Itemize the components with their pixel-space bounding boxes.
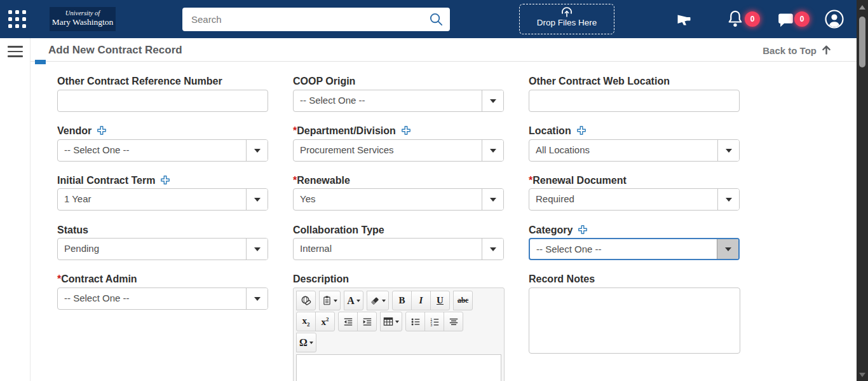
renewal-document-dropdown-button[interactable] (717, 189, 739, 210)
strikethrough-button[interactable]: abc (453, 291, 473, 310)
department-division-dropdown-button[interactable] (482, 140, 503, 161)
initial-term-add-icon[interactable] (160, 175, 170, 188)
renewable-dropdown-button[interactable] (482, 189, 503, 210)
link-button[interactable] (296, 291, 316, 310)
other-contract-reference-number-input[interactable] (58, 90, 268, 111)
vertical-scrollbar[interactable] (857, 0, 868, 381)
contract-admin-select[interactable]: -- Select One -- (57, 287, 268, 310)
contract-admin-dropdown-button[interactable] (246, 288, 268, 309)
align-center-button[interactable] (444, 312, 463, 331)
table-button[interactable] (380, 312, 402, 331)
upload-cloud-icon (520, 6, 614, 17)
bulleted-list-icon (410, 317, 421, 327)
left-sidebar (0, 38, 31, 381)
department-add-icon[interactable] (401, 125, 411, 138)
file-dropzone[interactable]: Drop Files Here (519, 4, 614, 34)
initial-contract-term-value: 1 Year (64, 189, 242, 210)
description-richtext-editor: A B I U (293, 287, 505, 381)
scrollbar-thumb[interactable] (859, 17, 865, 67)
renewable-select[interactable]: Yes (293, 188, 504, 211)
label-vendor: Vendor (57, 125, 107, 138)
page-header: Add New Contract Record Back to Top (31, 38, 857, 62)
department-division-select[interactable]: Procurement Services (293, 139, 504, 162)
vendor-add-icon[interactable] (97, 125, 107, 138)
other-contract-web-location-field (529, 90, 740, 112)
caret-down-icon (490, 247, 496, 251)
svg-text:3: 3 (430, 322, 432, 326)
caret-down-icon (725, 247, 731, 251)
bulleted-list-button[interactable] (405, 312, 425, 331)
other-contract-web-location-input[interactable] (529, 90, 739, 111)
back-to-top-button[interactable]: Back to Top (763, 45, 831, 57)
caret-down-icon (356, 300, 360, 302)
location-select[interactable]: All Locations (529, 139, 740, 162)
collaboration-type-select[interactable]: Internal (293, 238, 504, 260)
location-add-icon[interactable] (576, 125, 587, 138)
paste-button[interactable] (319, 291, 341, 310)
bold-button[interactable]: B (392, 291, 412, 310)
renewal-document-select[interactable]: Required (529, 188, 740, 211)
logo-line1: University of (50, 10, 116, 17)
status-dropdown-button[interactable] (246, 239, 268, 260)
account-profile-icon[interactable] (824, 9, 844, 32)
caret-down-icon (395, 321, 399, 323)
special-character-button[interactable]: Ω (296, 333, 316, 352)
umw-logo[interactable]: University of Mary Washington (50, 7, 116, 31)
announcements-megaphone-icon[interactable] (676, 11, 694, 30)
record-notes-textarea[interactable] (529, 287, 740, 354)
description-editor-content[interactable] (296, 354, 501, 381)
collaboration-type-value: Internal (300, 239, 478, 260)
category-add-icon[interactable] (578, 225, 588, 237)
numbered-list-button[interactable]: 1 2 3 (424, 312, 444, 331)
label-renewable: *Renewable (293, 175, 350, 186)
scroll-down-arrow-icon[interactable] (859, 373, 865, 377)
label-description: Description (293, 274, 349, 285)
caret-down-icon (254, 149, 261, 153)
coop-origin-dropdown-button[interactable] (482, 90, 503, 111)
dropzone-label: Drop Files Here (520, 18, 614, 27)
initial-contract-term-select[interactable]: 1 Year (57, 188, 268, 211)
font-color-button[interactable]: A (344, 291, 363, 310)
contract-admin-value: -- Select One -- (64, 288, 242, 309)
location-value: All Locations (536, 140, 714, 161)
notifications-bell-icon[interactable] (726, 10, 744, 31)
initial-contract-term-dropdown-button[interactable] (246, 189, 268, 210)
superscript-button[interactable]: x2 (315, 312, 335, 331)
search-input[interactable] (182, 8, 450, 31)
menu-hamburger-icon[interactable] (8, 46, 23, 58)
category-value: -- Select One -- (536, 239, 713, 259)
background-color-button[interactable] (367, 291, 389, 310)
underline-button[interactable]: U (430, 291, 450, 310)
caret-down-icon (334, 300, 337, 302)
italic-button[interactable]: I (411, 291, 431, 310)
status-select[interactable]: Pending (57, 238, 268, 260)
label-category: Category (529, 225, 588, 237)
location-dropdown-button[interactable] (717, 140, 739, 161)
vendor-select[interactable]: -- Select One -- (57, 139, 268, 162)
background-color-icon (370, 296, 380, 306)
other-contract-reference-number-field (57, 90, 268, 112)
collaboration-type-dropdown-button[interactable] (482, 239, 503, 260)
scroll-up-arrow-icon[interactable] (859, 5, 865, 10)
align-center-icon (449, 317, 459, 327)
outdent-icon (343, 317, 353, 327)
outdent-button[interactable] (338, 312, 358, 331)
category-select[interactable]: -- Select One -- (529, 238, 740, 260)
messages-chat-icon[interactable] (776, 12, 795, 31)
category-dropdown-button[interactable] (717, 239, 738, 259)
label-status: Status (57, 225, 88, 236)
vendor-dropdown-button[interactable] (246, 140, 268, 161)
notifications-count-badge[interactable]: 0 (745, 11, 760, 27)
caret-down-icon (726, 198, 732, 202)
link-icon (301, 295, 311, 306)
messages-count-badge[interactable]: 0 (794, 11, 810, 27)
subscript-button[interactable]: x2 (296, 312, 316, 331)
label-collaboration-type: Collaboration Type (293, 225, 384, 236)
indent-button[interactable] (357, 312, 377, 331)
app-grid-icon[interactable] (8, 10, 26, 28)
search-icon[interactable] (429, 12, 444, 29)
coop-origin-select[interactable]: -- Select One -- (293, 90, 504, 112)
label-other-contract-web-location: Other Contract Web Location (529, 76, 670, 87)
caret-down-icon (382, 300, 386, 302)
label-location: Location (529, 125, 587, 138)
